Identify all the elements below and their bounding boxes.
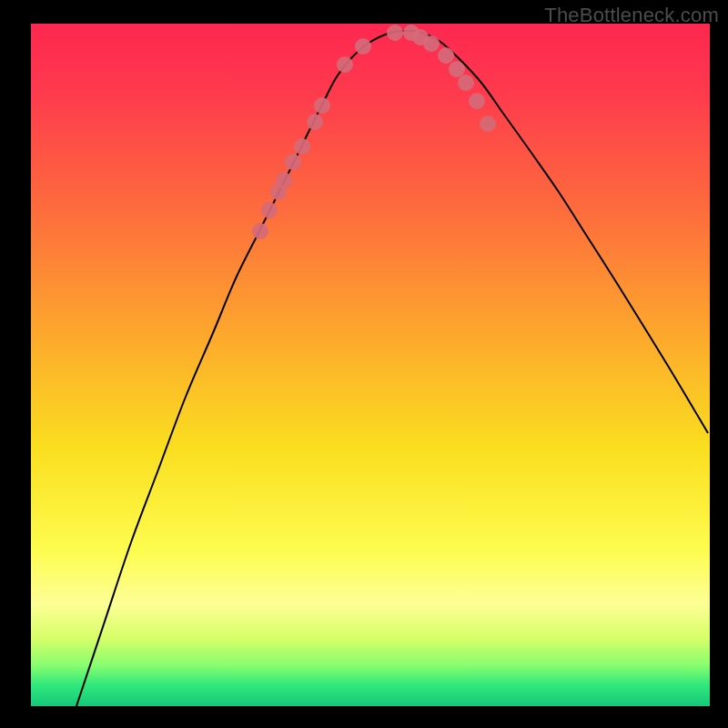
- chart-frame: TheBottleneck.com: [0, 0, 728, 728]
- bottleneck-curve: [76, 31, 708, 706]
- curve-markers: [252, 25, 496, 239]
- marker-point: [285, 154, 301, 170]
- watermark-text: TheBottleneck.com: [544, 4, 719, 27]
- marker-point: [355, 38, 371, 55]
- marker-point: [294, 138, 310, 155]
- plot-area: [31, 24, 710, 706]
- curve-layer: [31, 24, 710, 706]
- marker-point: [469, 93, 485, 109]
- marker-point: [337, 56, 353, 73]
- marker-point: [307, 114, 323, 130]
- marker-point: [458, 75, 474, 91]
- marker-point: [314, 97, 330, 114]
- marker-point: [261, 202, 278, 218]
- marker-point: [276, 172, 292, 188]
- marker-point: [438, 47, 454, 64]
- marker-point: [252, 223, 268, 239]
- marker-point: [449, 61, 465, 77]
- marker-point: [423, 35, 440, 52]
- marker-point: [387, 25, 403, 41]
- marker-point: [480, 116, 496, 132]
